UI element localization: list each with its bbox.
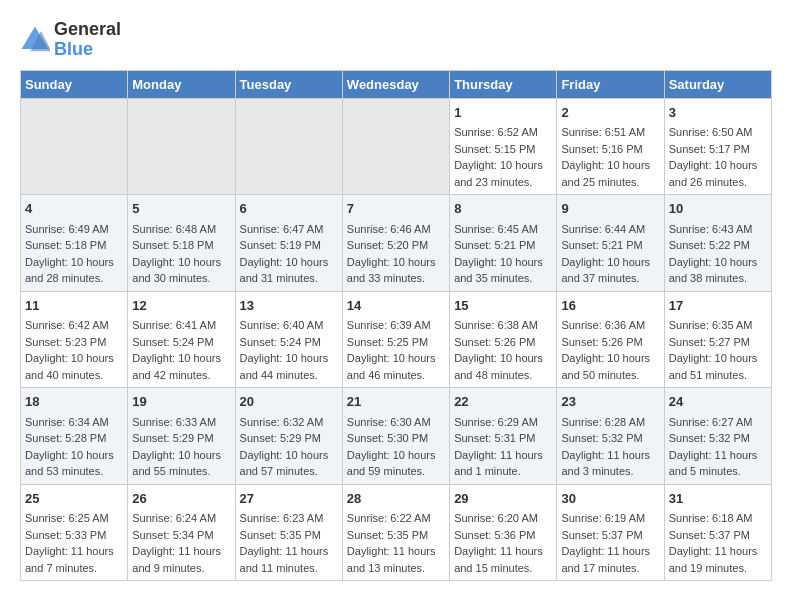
header-row: SundayMondayTuesdayWednesdayThursdayFrid… — [21, 70, 772, 98]
cell-info: Sunrise: 6:33 AMSunset: 5:29 PMDaylight:… — [132, 414, 230, 480]
calendar-cell: 5Sunrise: 6:48 AMSunset: 5:18 PMDaylight… — [128, 195, 235, 292]
calendar-table: SundayMondayTuesdayWednesdayThursdayFrid… — [20, 70, 772, 582]
calendar-cell: 24Sunrise: 6:27 AMSunset: 5:32 PMDayligh… — [664, 388, 771, 485]
day-number: 29 — [454, 489, 552, 509]
cell-info: Sunrise: 6:27 AMSunset: 5:32 PMDaylight:… — [669, 414, 767, 480]
logo: General Blue — [20, 20, 121, 60]
day-number: 18 — [25, 392, 123, 412]
cell-info: Sunrise: 6:23 AMSunset: 5:35 PMDaylight:… — [240, 510, 338, 576]
cell-info: Sunrise: 6:38 AMSunset: 5:26 PMDaylight:… — [454, 317, 552, 383]
cell-info: Sunrise: 6:44 AMSunset: 5:21 PMDaylight:… — [561, 221, 659, 287]
calendar-cell: 7Sunrise: 6:46 AMSunset: 5:20 PMDaylight… — [342, 195, 449, 292]
cell-info: Sunrise: 6:24 AMSunset: 5:34 PMDaylight:… — [132, 510, 230, 576]
header-cell-tuesday: Tuesday — [235, 70, 342, 98]
cell-info: Sunrise: 6:45 AMSunset: 5:21 PMDaylight:… — [454, 221, 552, 287]
day-number: 28 — [347, 489, 445, 509]
cell-info: Sunrise: 6:20 AMSunset: 5:36 PMDaylight:… — [454, 510, 552, 576]
day-number: 15 — [454, 296, 552, 316]
cell-info: Sunrise: 6:43 AMSunset: 5:22 PMDaylight:… — [669, 221, 767, 287]
day-number: 24 — [669, 392, 767, 412]
cell-info: Sunrise: 6:30 AMSunset: 5:30 PMDaylight:… — [347, 414, 445, 480]
day-number: 17 — [669, 296, 767, 316]
day-number: 31 — [669, 489, 767, 509]
calendar-header: SundayMondayTuesdayWednesdayThursdayFrid… — [21, 70, 772, 98]
header-cell-sunday: Sunday — [21, 70, 128, 98]
week-row: 25Sunrise: 6:25 AMSunset: 5:33 PMDayligh… — [21, 484, 772, 581]
day-number: 5 — [132, 199, 230, 219]
day-number: 30 — [561, 489, 659, 509]
logo-icon — [20, 25, 50, 55]
cell-info: Sunrise: 6:19 AMSunset: 5:37 PMDaylight:… — [561, 510, 659, 576]
day-number: 9 — [561, 199, 659, 219]
day-number: 2 — [561, 103, 659, 123]
day-number: 20 — [240, 392, 338, 412]
day-number: 4 — [25, 199, 123, 219]
day-number: 10 — [669, 199, 767, 219]
day-number: 14 — [347, 296, 445, 316]
logo-text: General Blue — [54, 20, 121, 60]
cell-info: Sunrise: 6:35 AMSunset: 5:27 PMDaylight:… — [669, 317, 767, 383]
calendar-cell: 14Sunrise: 6:39 AMSunset: 5:25 PMDayligh… — [342, 291, 449, 388]
calendar-cell — [21, 98, 128, 195]
cell-info: Sunrise: 6:39 AMSunset: 5:25 PMDaylight:… — [347, 317, 445, 383]
cell-info: Sunrise: 6:52 AMSunset: 5:15 PMDaylight:… — [454, 124, 552, 190]
day-number: 11 — [25, 296, 123, 316]
calendar-cell: 2Sunrise: 6:51 AMSunset: 5:16 PMDaylight… — [557, 98, 664, 195]
page-header: General Blue — [20, 20, 772, 60]
day-number: 6 — [240, 199, 338, 219]
header-cell-monday: Monday — [128, 70, 235, 98]
day-number: 8 — [454, 199, 552, 219]
calendar-cell: 19Sunrise: 6:33 AMSunset: 5:29 PMDayligh… — [128, 388, 235, 485]
cell-info: Sunrise: 6:50 AMSunset: 5:17 PMDaylight:… — [669, 124, 767, 190]
calendar-cell — [235, 98, 342, 195]
calendar-cell: 9Sunrise: 6:44 AMSunset: 5:21 PMDaylight… — [557, 195, 664, 292]
cell-info: Sunrise: 6:40 AMSunset: 5:24 PMDaylight:… — [240, 317, 338, 383]
calendar-cell: 4Sunrise: 6:49 AMSunset: 5:18 PMDaylight… — [21, 195, 128, 292]
cell-info: Sunrise: 6:25 AMSunset: 5:33 PMDaylight:… — [25, 510, 123, 576]
cell-info: Sunrise: 6:51 AMSunset: 5:16 PMDaylight:… — [561, 124, 659, 190]
day-number: 3 — [669, 103, 767, 123]
calendar-cell: 3Sunrise: 6:50 AMSunset: 5:17 PMDaylight… — [664, 98, 771, 195]
cell-info: Sunrise: 6:46 AMSunset: 5:20 PMDaylight:… — [347, 221, 445, 287]
day-number: 7 — [347, 199, 445, 219]
calendar-cell — [128, 98, 235, 195]
week-row: 1Sunrise: 6:52 AMSunset: 5:15 PMDaylight… — [21, 98, 772, 195]
calendar-cell: 22Sunrise: 6:29 AMSunset: 5:31 PMDayligh… — [450, 388, 557, 485]
day-number: 27 — [240, 489, 338, 509]
calendar-cell: 27Sunrise: 6:23 AMSunset: 5:35 PMDayligh… — [235, 484, 342, 581]
cell-info: Sunrise: 6:29 AMSunset: 5:31 PMDaylight:… — [454, 414, 552, 480]
day-number: 23 — [561, 392, 659, 412]
calendar-cell: 16Sunrise: 6:36 AMSunset: 5:26 PMDayligh… — [557, 291, 664, 388]
day-number: 13 — [240, 296, 338, 316]
cell-info: Sunrise: 6:47 AMSunset: 5:19 PMDaylight:… — [240, 221, 338, 287]
header-cell-thursday: Thursday — [450, 70, 557, 98]
week-row: 18Sunrise: 6:34 AMSunset: 5:28 PMDayligh… — [21, 388, 772, 485]
calendar-cell: 10Sunrise: 6:43 AMSunset: 5:22 PMDayligh… — [664, 195, 771, 292]
header-cell-friday: Friday — [557, 70, 664, 98]
calendar-cell: 31Sunrise: 6:18 AMSunset: 5:37 PMDayligh… — [664, 484, 771, 581]
calendar-cell: 25Sunrise: 6:25 AMSunset: 5:33 PMDayligh… — [21, 484, 128, 581]
cell-info: Sunrise: 6:28 AMSunset: 5:32 PMDaylight:… — [561, 414, 659, 480]
header-cell-wednesday: Wednesday — [342, 70, 449, 98]
calendar-cell: 6Sunrise: 6:47 AMSunset: 5:19 PMDaylight… — [235, 195, 342, 292]
cell-info: Sunrise: 6:41 AMSunset: 5:24 PMDaylight:… — [132, 317, 230, 383]
cell-info: Sunrise: 6:49 AMSunset: 5:18 PMDaylight:… — [25, 221, 123, 287]
cell-info: Sunrise: 6:18 AMSunset: 5:37 PMDaylight:… — [669, 510, 767, 576]
cell-info: Sunrise: 6:42 AMSunset: 5:23 PMDaylight:… — [25, 317, 123, 383]
cell-info: Sunrise: 6:22 AMSunset: 5:35 PMDaylight:… — [347, 510, 445, 576]
calendar-cell: 20Sunrise: 6:32 AMSunset: 5:29 PMDayligh… — [235, 388, 342, 485]
day-number: 12 — [132, 296, 230, 316]
day-number: 21 — [347, 392, 445, 412]
calendar-cell: 17Sunrise: 6:35 AMSunset: 5:27 PMDayligh… — [664, 291, 771, 388]
calendar-cell — [342, 98, 449, 195]
day-number: 26 — [132, 489, 230, 509]
calendar-cell: 13Sunrise: 6:40 AMSunset: 5:24 PMDayligh… — [235, 291, 342, 388]
day-number: 22 — [454, 392, 552, 412]
calendar-cell: 12Sunrise: 6:41 AMSunset: 5:24 PMDayligh… — [128, 291, 235, 388]
calendar-cell: 1Sunrise: 6:52 AMSunset: 5:15 PMDaylight… — [450, 98, 557, 195]
cell-info: Sunrise: 6:34 AMSunset: 5:28 PMDaylight:… — [25, 414, 123, 480]
calendar-cell: 8Sunrise: 6:45 AMSunset: 5:21 PMDaylight… — [450, 195, 557, 292]
calendar-cell: 21Sunrise: 6:30 AMSunset: 5:30 PMDayligh… — [342, 388, 449, 485]
header-cell-saturday: Saturday — [664, 70, 771, 98]
day-number: 16 — [561, 296, 659, 316]
